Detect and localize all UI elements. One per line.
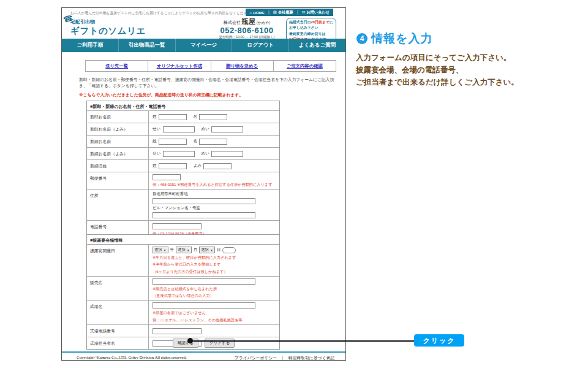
zip-note: 例：468-0051 ※郵便番号を入れると対応する住所が自動的に入ります [153,182,276,187]
copyright-text: Copyright©Kameya Co.,LTD. Giftry Divisio… [77,355,187,361]
site-window: お二人が選んだ引出物を直接ゲストのご自宅にお届けすることによりゲストのお持ち帰り… [61,7,346,361]
input-prefix: せい [153,126,161,132]
chevron-down-icon: ▼ [187,248,190,252]
address-line1-input[interactable] [153,198,255,204]
address-line2-input[interactable] [153,212,255,218]
unit-month: 月 [194,247,198,253]
site-logo[interactable]: 宅配引出物 ギフトのソムリエ [70,18,146,37]
separator: ｜ [267,10,271,15]
bubble-line: お申し込み下さい [289,25,333,31]
subnav-tabs: 送り先一覧 オリジナルセット作成 贈り物を決める ご注文内容の確認 [85,60,336,72]
subnav-recipient-list[interactable]: 送り先一覧 [86,61,148,71]
zip-code-input[interactable] [153,174,181,180]
nav-item-products[interactable]: 引出物商品一覧 [118,39,175,52]
privacy-policy-link[interactable]: プライバシーポリシー [235,355,277,361]
weekday-display-field [222,247,236,253]
select-value: 選択 [154,247,162,253]
bride-first-name-input[interactable] [199,139,227,145]
field-label: 新婦旧姓 [87,160,148,172]
shop-input[interactable] [153,278,255,285]
year-select[interactable]: 選択▼ [153,247,168,253]
field-label: 新郎お名前（よみ） [87,123,148,135]
utility-links: ⌂ HOME ｜ ▤ 会社概要 ｜ ✉ お問い合わせ [246,9,333,16]
separator: ｜ [296,10,300,15]
venue-phone-input[interactable] [153,328,202,334]
building-icon: ▤ [273,10,277,15]
date-note: （6ヶ月より先の方の受付は致しかねます） [153,269,276,274]
chevron-down-icon: ▼ [210,248,213,252]
subnav-order-confirm[interactable]: ご注文内容の確認 [273,61,336,71]
nav-item-mypage[interactable]: マイページ [175,39,232,52]
company-link-label: 会社概要 [278,10,293,15]
unit-day: 日 [217,247,221,253]
nav-item-logout[interactable]: ログアウト [232,39,288,52]
nav-item-guide[interactable]: ご利用手順 [62,39,118,52]
annotation-line: 披露宴会場、会場の電話番号、 [356,64,519,76]
select-value: 選択 [178,247,186,253]
venue-note: ※部屋の名前ではございません [153,310,276,315]
commerce-law-link[interactable]: 特定商取引に基づく表記 [288,355,334,361]
bubble-text: に [330,20,333,24]
separator: ｜ [281,355,285,361]
bubble-text: 結婚式当日の [289,20,311,24]
bride-first-kana-input[interactable] [211,151,243,157]
table-row: 披露宴開催日 選択▼ 年 選択▼ 月 選択▼ 日 ※年月日を選ぶと、曜日が自動的… [87,244,279,276]
bride-last-kana-input[interactable] [163,151,195,157]
annotation-body: 入力フォームの項目にそってご入力下さい。 披露宴会場、会場の電話番号、 ご担当者… [356,52,519,88]
contact-info: 株式会社 瓶屋 (かめや) 052-806-6100 受付時間：10:00 ～ … [204,17,290,39]
groom-first-kana-input[interactable] [211,126,243,132]
company-link[interactable]: ▤ 会社概要 [273,10,293,15]
address-caption-1: 都道府県市町村番地 [153,191,276,197]
field-label: 新婦お名前 [87,136,148,147]
table-row: 新婦お名前（よみ） せい めい [87,147,279,159]
table-row: 新婦旧姓 姓 よみ [87,159,279,172]
maiden-name-input[interactable] [159,163,187,169]
table-section-title: ■披露宴会場情報 [87,235,279,244]
day-select[interactable]: 選択▼ [199,247,215,253]
field-label: 新郎お名前 [87,111,148,123]
groom-last-name-input[interactable] [159,114,187,120]
table-row: 新郎お名前（よみ） せい めい [87,123,279,135]
table-row: 新婦お名前 姓 名 [87,135,279,147]
groom-last-kana-input[interactable] [163,126,195,132]
subnav-choose-gift[interactable]: 贈り物を決める [211,61,273,71]
input-prefix: めい [202,126,210,132]
annotation-heading: 4 情報を入力 [356,31,432,47]
input-prefix: せい [153,151,161,156]
input-prefix: よみ [194,163,202,169]
click-badge[interactable]: クリック [414,334,464,347]
phone-number-input[interactable] [153,223,202,229]
address-usage-note: ※こちらで入力いただきました住所が、商品配送時の送り状の荷主欄に記載されます。 [79,92,243,98]
input-prefix: 姓 [153,139,157,144]
contact-link[interactable]: ✉ お問い合わせ [302,10,330,15]
input-prefix: 姓 [153,114,157,120]
input-prefix: 名 [194,114,198,120]
venue-info-table: ■披露宴会場情報 披露宴開催日 選択▼ 年 選択▼ 月 選択▼ 日 ※年月日を選… [86,234,280,350]
field-label: 販売店 [87,277,148,301]
mail-icon: ✉ [302,10,305,15]
maiden-kana-input[interactable] [203,163,232,169]
subnav-original-set[interactable]: オリジナルセット作成 [148,61,210,71]
table-row: 販売店 ※販売店とは結婚式を申し込まれた所 （直接式場ではない場合のみ入力） [87,276,279,301]
bubble-line: 最終変更の締め切りは [289,31,333,37]
home-link[interactable]: ⌂ HOME [249,10,265,15]
date-note: ※年月日を選ぶと、曜日が自動的に入力されます [153,255,276,260]
bride-last-name-input[interactable] [159,139,187,145]
bubble-line: 結婚式当日の20日前までに [289,20,333,25]
nav-item-faq[interactable]: よくあるご質問 [288,39,345,52]
input-prefix: 姓 [153,163,157,169]
home-link-label: HOME [253,10,265,15]
venue-name-input[interactable] [153,302,255,309]
date-note: ※半年前から挙式日の入力を開始します [153,261,276,267]
footer-divider [62,351,345,353]
field-label: 新婦お名前（よみ） [87,148,148,159]
input-prefix: 名 [194,139,198,144]
table-section-title: ■新郎・新婦のお名前・住所・電話番号 [87,101,279,110]
groom-first-name-input[interactable] [199,114,227,120]
table-row: 新郎お名前 姓 名 [87,110,279,123]
main-nav: ご利用手順 引出物商品一覧 マイページ ログアウト よくあるご質問 [62,39,345,52]
month-select[interactable]: 選択▼ [176,247,192,253]
connector-line [191,340,414,342]
couple-info-table: ■新郎・新婦のお名前・住所・電話番号 新郎お名前 姓 名 新郎お名前（よみ） せ… [86,101,280,239]
home-icon: ⌂ [249,10,252,15]
